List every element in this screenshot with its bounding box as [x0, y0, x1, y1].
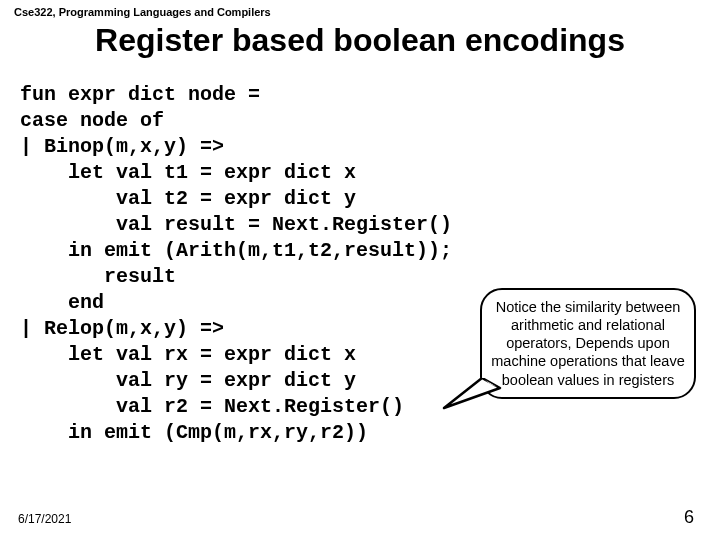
footer-date: 6/17/2021	[18, 512, 71, 526]
page-title: Register based boolean encodings	[0, 22, 720, 59]
callout-note: Notice the similarity between arithmetic…	[480, 288, 696, 399]
course-label: Cse322, Programming Languages and Compil…	[14, 6, 271, 18]
code-block: fun expr dict node = case node of | Bino…	[20, 82, 452, 446]
footer-page-number: 6	[684, 507, 694, 528]
svg-marker-0	[444, 378, 500, 408]
